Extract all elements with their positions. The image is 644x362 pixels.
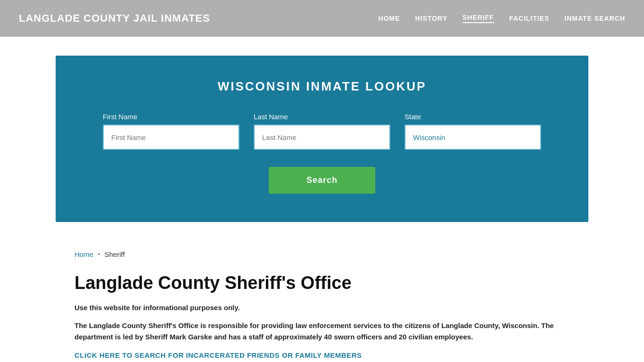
state-label: State (405, 113, 541, 121)
first-name-group: First Name (103, 113, 239, 150)
state-group: State (405, 113, 541, 150)
first-name-label: First Name (103, 113, 239, 121)
search-section: WISCONSIN INMATE LOOKUP First Name Last … (56, 56, 588, 222)
site-title: LANGLADE COUNTY JAIL INMATES (19, 12, 210, 25)
site-header: LANGLADE COUNTY JAIL INMATES HOME HISTOR… (0, 0, 644, 37)
last-name-input[interactable] (254, 124, 390, 150)
breadcrumb: Home • Sheriff (74, 241, 570, 272)
nav-history[interactable]: HISTORY (415, 15, 447, 22)
page-description: The Langlade County Sheriff's Office is … (74, 320, 570, 343)
page-title: Langlade County Sheriff's Office (74, 272, 570, 294)
breadcrumb-separator: • (98, 252, 100, 257)
search-fields: First Name Last Name State (84, 113, 560, 150)
main-nav: HOME HISTORY SHERIFF FACILITIES INMATE S… (379, 14, 625, 23)
search-button[interactable]: Search (269, 167, 375, 194)
main-content: Home • Sheriff Langlade County Sheriff's… (56, 241, 588, 360)
page-subtitle: Use this website for informational purpo… (74, 304, 570, 312)
search-button-wrapper: Search (84, 167, 560, 194)
inmate-search-link[interactable]: CLICK HERE to Search for Incarcerated Fr… (74, 351, 362, 359)
nav-sheriff[interactable]: SHERIFF (462, 14, 494, 23)
last-name-group: Last Name (254, 113, 390, 150)
breadcrumb-home-link[interactable]: Home (74, 250, 93, 258)
first-name-input[interactable] (103, 124, 239, 150)
state-input[interactable] (405, 124, 541, 150)
breadcrumb-current-page: Sheriff (105, 250, 125, 258)
last-name-label: Last Name (254, 113, 390, 121)
nav-inmate-search[interactable]: INMATE SEARCH (564, 15, 625, 22)
nav-home[interactable]: HOME (379, 15, 400, 22)
search-title: WISCONSIN INMATE LOOKUP (84, 79, 560, 94)
nav-facilities[interactable]: FACILITIES (509, 15, 549, 22)
